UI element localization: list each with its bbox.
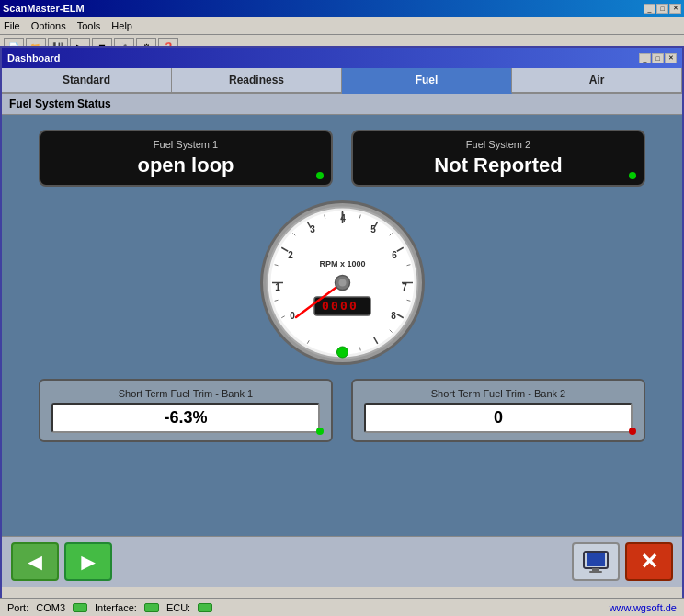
fuel-system-2-box: Fuel System 2 Not Reported — [351, 130, 645, 187]
tab-readiness[interactable]: Readiness — [172, 68, 342, 94]
svg-rect-45 — [587, 553, 605, 566]
dashboard-window-controls[interactable]: _ □ ✕ — [639, 53, 677, 63]
svg-text:0: 0 — [331, 299, 338, 313]
menu-file[interactable]: File — [4, 20, 20, 31]
trim-row: Short Term Fuel Trim - Bank 1 -6.3% Shor… — [17, 379, 667, 442]
svg-text:0: 0 — [340, 299, 348, 313]
ecu-status-indicator — [198, 603, 212, 612]
trim-bank1-inner: -6.3% — [51, 403, 320, 433]
port-label: Port: — [7, 602, 28, 613]
trim-bank2-inner: 0 — [364, 403, 633, 433]
tachometer-svg: 0 1 2 3 4 5 6 7 — [257, 198, 428, 368]
svg-point-42 — [338, 279, 346, 287]
trim-bank1-indicator — [316, 428, 324, 435]
section-header: Fuel System Status — [2, 94, 682, 115]
svg-text:2: 2 — [288, 250, 293, 260]
main-content: Fuel System 1 open loop Fuel System 2 No… — [2, 115, 682, 556]
trim-bank2-value: 0 — [494, 408, 503, 427]
tachometer: 0 1 2 3 4 5 6 7 — [257, 198, 428, 368]
outer-minimize-btn[interactable]: _ — [644, 4, 656, 14]
dashboard-maximize-btn[interactable]: □ — [652, 53, 664, 63]
svg-text:0: 0 — [290, 311, 295, 321]
website-link[interactable]: www.wgsoft.de — [610, 602, 677, 613]
outer-close-btn[interactable]: ✕ — [669, 4, 681, 14]
fuel-system-1-title: Fuel System 1 — [154, 139, 218, 150]
dashboard-minimize-btn[interactable]: _ — [639, 53, 651, 63]
monitor-button[interactable] — [572, 542, 620, 581]
svg-rect-46 — [592, 568, 599, 571]
dashboard-title: Dashboard — [7, 52, 60, 63]
tab-fuel[interactable]: Fuel — [342, 68, 512, 94]
action-buttons: ✕ — [572, 542, 673, 581]
ecu-label: ECU: — [166, 602, 190, 613]
trim-bank1-value: -6.3% — [164, 408, 207, 427]
fuel-system-2-indicator — [629, 172, 636, 179]
port-status-indicator — [73, 603, 87, 612]
svg-text:RPM x 1000: RPM x 1000 — [319, 259, 365, 268]
trim-bank2-title: Short Term Fuel Trim - Bank 2 — [431, 388, 566, 399]
fuel-system-1-box: Fuel System 1 open loop — [39, 130, 333, 187]
trim-bank2-box: Short Term Fuel Trim - Bank 2 0 — [351, 379, 645, 442]
tachometer-area: 0 1 2 3 4 5 6 7 — [257, 198, 428, 368]
trim-bank2-indicator — [629, 428, 636, 435]
trim-bank1-box: Short Term Fuel Trim - Bank 1 -6.3% — [39, 379, 333, 442]
svg-text:0: 0 — [349, 299, 357, 313]
outer-maximize-btn[interactable]: □ — [656, 4, 668, 14]
outer-window-title: ScanMaster-ELM — [3, 3, 85, 14]
svg-text:6: 6 — [392, 250, 397, 260]
menubar: File Options Tools Help — [0, 17, 684, 35]
svg-text:0: 0 — [322, 299, 329, 313]
tab-standard[interactable]: Standard — [2, 68, 172, 94]
svg-point-43 — [336, 347, 348, 358]
outer-window-controls[interactable]: _ □ ✕ — [644, 4, 681, 14]
fuel-system-1-value: open loop — [137, 154, 234, 177]
trim-bank1-title: Short Term Fuel Trim - Bank 1 — [119, 388, 254, 399]
monitor-icon — [582, 550, 610, 574]
nav-buttons: ◄ ► — [11, 542, 112, 581]
svg-text:3: 3 — [310, 224, 315, 234]
fuel-system-2-value: Not Reported — [434, 154, 562, 177]
dashboard-window: Dashboard _ □ ✕ Standard Readiness Fuel … — [0, 46, 684, 607]
svg-rect-47 — [589, 571, 602, 573]
dashboard-titlebar: Dashboard _ □ ✕ — [2, 48, 682, 68]
dashboard-close-btn[interactable]: ✕ — [665, 53, 677, 63]
fuel-system-1-indicator — [316, 172, 324, 179]
fuel-system-row: Fuel System 1 open loop Fuel System 2 No… — [17, 130, 667, 187]
interface-status-indicator — [144, 603, 159, 612]
svg-text:8: 8 — [391, 311, 396, 321]
tab-bar: Standard Readiness Fuel Air — [2, 68, 682, 94]
menu-tools[interactable]: Tools — [77, 20, 101, 31]
bottom-nav: ◄ ► ✕ — [2, 536, 682, 587]
forward-button[interactable]: ► — [64, 542, 112, 581]
fuel-system-2-title: Fuel System 2 — [466, 139, 530, 150]
status-bar: Port: COM3 Interface: ECU: www.wgsoft.de — [0, 598, 684, 616]
back-button[interactable]: ◄ — [11, 542, 59, 581]
outer-title-bar: ScanMaster-ELM _ □ ✕ — [0, 0, 684, 17]
close-button[interactable]: ✕ — [625, 542, 673, 581]
menu-options[interactable]: Options — [31, 20, 66, 31]
tab-air[interactable]: Air — [512, 68, 682, 94]
port-name: COM3 — [36, 602, 65, 613]
interface-label: Interface: — [95, 602, 137, 613]
menu-help[interactable]: Help — [111, 20, 132, 31]
